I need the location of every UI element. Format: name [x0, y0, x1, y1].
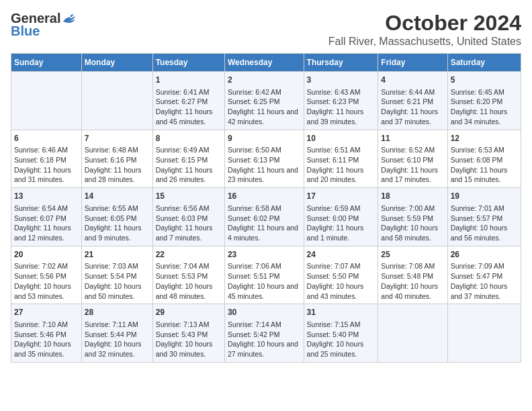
calendar-cell: 25Sunrise: 7:08 AMSunset: 5:48 PMDayligh… [378, 246, 447, 304]
calendar-row: 13Sunrise: 6:54 AMSunset: 6:07 PMDayligh… [11, 188, 521, 246]
calendar-cell [11, 72, 82, 130]
logo-blue: Blue [11, 24, 40, 39]
day-number: 3 [307, 75, 375, 86]
header-monday: Monday [81, 54, 152, 72]
day-number: 6 [14, 133, 79, 144]
day-info: Sunrise: 6:43 AMSunset: 6:23 PMDaylight:… [307, 87, 375, 127]
header-wednesday: Wednesday [224, 54, 304, 72]
logo-bird-icon [62, 13, 77, 24]
day-info: Sunrise: 7:15 AMSunset: 5:40 PMDaylight:… [307, 320, 375, 359]
calendar-row: 27Sunrise: 7:10 AMSunset: 5:46 PMDayligh… [11, 304, 521, 363]
day-info: Sunrise: 7:13 AMSunset: 5:43 PMDaylight:… [156, 320, 222, 359]
day-number: 27 [14, 307, 79, 318]
day-number: 20 [14, 249, 79, 261]
day-number: 2 [228, 75, 301, 86]
header-sunday: Sunday [11, 54, 82, 72]
calendar-table: Sunday Monday Tuesday Wednesday Thursday… [11, 53, 521, 363]
logo: General Blue [11, 11, 77, 39]
calendar-cell: 13Sunrise: 6:54 AMSunset: 6:07 PMDayligh… [11, 188, 82, 246]
day-number: 24 [307, 249, 375, 261]
day-info: Sunrise: 6:46 AMSunset: 6:18 PMDaylight:… [14, 145, 79, 185]
day-info: Sunrise: 6:48 AMSunset: 6:16 PMDaylight:… [85, 145, 150, 185]
day-number: 5 [451, 75, 518, 86]
day-info: Sunrise: 6:59 AMSunset: 6:00 PMDaylight:… [307, 203, 375, 243]
calendar-cell: 24Sunrise: 7:07 AMSunset: 5:50 PMDayligh… [304, 246, 378, 304]
day-number: 9 [228, 133, 301, 144]
day-info: Sunrise: 6:41 AMSunset: 6:27 PMDaylight:… [156, 87, 222, 127]
calendar-cell: 20Sunrise: 7:02 AMSunset: 5:56 PMDayligh… [11, 246, 82, 304]
day-info: Sunrise: 7:10 AMSunset: 5:46 PMDaylight:… [14, 320, 79, 359]
calendar-cell: 9Sunrise: 6:50 AMSunset: 6:13 PMDaylight… [224, 130, 304, 188]
day-number: 30 [228, 307, 301, 318]
day-number: 23 [228, 249, 301, 261]
calendar-cell [378, 304, 447, 363]
header-saturday: Saturday [447, 54, 521, 72]
header-friday: Friday [378, 54, 447, 72]
day-number: 10 [307, 133, 375, 144]
calendar-row: 20Sunrise: 7:02 AMSunset: 5:56 PMDayligh… [11, 246, 521, 304]
calendar-cell: 10Sunrise: 6:51 AMSunset: 6:11 PMDayligh… [304, 130, 378, 188]
calendar-row: 6Sunrise: 6:46 AMSunset: 6:18 PMDaylight… [11, 130, 521, 188]
day-info: Sunrise: 6:44 AMSunset: 6:21 PMDaylight:… [381, 87, 444, 127]
day-number: 28 [85, 307, 150, 318]
day-number: 22 [156, 249, 222, 261]
calendar-cell: 7Sunrise: 6:48 AMSunset: 6:16 PMDaylight… [81, 130, 152, 188]
day-number: 7 [85, 133, 150, 144]
day-info: Sunrise: 7:06 AMSunset: 5:51 PMDaylight:… [228, 261, 301, 301]
day-number: 17 [307, 191, 375, 202]
day-number: 25 [381, 249, 444, 261]
calendar-cell: 30Sunrise: 7:14 AMSunset: 5:42 PMDayligh… [224, 304, 304, 363]
calendar-cell: 3Sunrise: 6:43 AMSunset: 6:23 PMDaylight… [304, 72, 378, 130]
day-info: Sunrise: 6:56 AMSunset: 6:03 PMDaylight:… [156, 203, 222, 243]
day-info: Sunrise: 7:14 AMSunset: 5:42 PMDaylight:… [228, 320, 301, 359]
calendar-cell: 6Sunrise: 6:46 AMSunset: 6:18 PMDaylight… [11, 130, 82, 188]
header-thursday: Thursday [304, 54, 378, 72]
calendar-cell: 28Sunrise: 7:11 AMSunset: 5:44 PMDayligh… [81, 304, 152, 363]
calendar-cell: 18Sunrise: 7:00 AMSunset: 5:59 PMDayligh… [378, 188, 447, 246]
calendar-cell: 2Sunrise: 6:42 AMSunset: 6:25 PMDaylight… [224, 72, 304, 130]
calendar-cell: 23Sunrise: 7:06 AMSunset: 5:51 PMDayligh… [224, 246, 304, 304]
calendar-cell: 17Sunrise: 6:59 AMSunset: 6:00 PMDayligh… [304, 188, 378, 246]
calendar-cell: 26Sunrise: 7:09 AMSunset: 5:47 PMDayligh… [447, 246, 521, 304]
calendar-cell: 27Sunrise: 7:10 AMSunset: 5:46 PMDayligh… [11, 304, 82, 363]
page-subtitle: Fall River, Massachusetts, United States [328, 36, 521, 48]
day-info: Sunrise: 6:49 AMSunset: 6:15 PMDaylight:… [156, 145, 222, 185]
day-info: Sunrise: 7:04 AMSunset: 5:53 PMDaylight:… [156, 261, 222, 301]
day-number: 29 [156, 307, 222, 318]
day-info: Sunrise: 6:50 AMSunset: 6:13 PMDaylight:… [228, 145, 301, 185]
day-number: 19 [451, 191, 518, 202]
day-info: Sunrise: 6:42 AMSunset: 6:25 PMDaylight:… [228, 87, 301, 127]
calendar-cell: 15Sunrise: 6:56 AMSunset: 6:03 PMDayligh… [152, 188, 224, 246]
calendar-cell [447, 304, 521, 363]
calendar-cell: 19Sunrise: 7:01 AMSunset: 5:57 PMDayligh… [447, 188, 521, 246]
day-number: 11 [381, 133, 444, 144]
day-info: Sunrise: 6:51 AMSunset: 6:11 PMDaylight:… [307, 145, 375, 185]
calendar-cell: 12Sunrise: 6:53 AMSunset: 6:08 PMDayligh… [447, 130, 521, 188]
calendar-cell: 14Sunrise: 6:55 AMSunset: 6:05 PMDayligh… [81, 188, 152, 246]
day-info: Sunrise: 6:53 AMSunset: 6:08 PMDaylight:… [451, 145, 518, 185]
day-number: 1 [156, 75, 222, 86]
day-number: 12 [451, 133, 518, 144]
day-info: Sunrise: 7:08 AMSunset: 5:48 PMDaylight:… [381, 261, 444, 301]
day-info: Sunrise: 6:58 AMSunset: 6:02 PMDaylight:… [228, 203, 301, 243]
calendar-cell: 1Sunrise: 6:41 AMSunset: 6:27 PMDaylight… [152, 72, 224, 130]
calendar-cell: 31Sunrise: 7:15 AMSunset: 5:40 PMDayligh… [304, 304, 378, 363]
day-number: 8 [156, 133, 222, 144]
calendar-cell: 16Sunrise: 6:58 AMSunset: 6:02 PMDayligh… [224, 188, 304, 246]
header-tuesday: Tuesday [152, 54, 224, 72]
day-info: Sunrise: 6:54 AMSunset: 6:07 PMDaylight:… [14, 203, 79, 243]
day-number: 14 [85, 191, 150, 202]
day-info: Sunrise: 7:02 AMSunset: 5:56 PMDaylight:… [14, 261, 79, 301]
day-info: Sunrise: 7:07 AMSunset: 5:50 PMDaylight:… [307, 261, 375, 301]
title-block: October 2024 Fall River, Massachusetts, … [328, 11, 521, 48]
calendar-cell: 29Sunrise: 7:13 AMSunset: 5:43 PMDayligh… [152, 304, 224, 363]
calendar-cell [81, 72, 152, 130]
day-number: 13 [14, 191, 79, 202]
day-info: Sunrise: 7:11 AMSunset: 5:44 PMDaylight:… [85, 320, 150, 359]
day-info: Sunrise: 7:01 AMSunset: 5:57 PMDaylight:… [451, 203, 518, 243]
day-number: 16 [228, 191, 301, 202]
calendar-cell: 8Sunrise: 6:49 AMSunset: 6:15 PMDaylight… [152, 130, 224, 188]
calendar-header-row: Sunday Monday Tuesday Wednesday Thursday… [11, 54, 521, 72]
day-info: Sunrise: 7:09 AMSunset: 5:47 PMDaylight:… [451, 261, 518, 301]
day-number: 18 [381, 191, 444, 202]
